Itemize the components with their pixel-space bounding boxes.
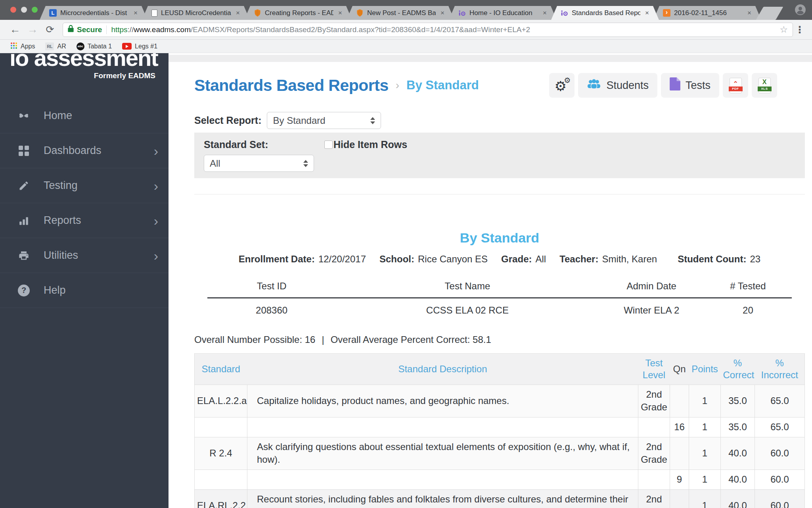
bookmark-apps[interactable]: Apps [8,42,37,51]
window-controls[interactable] [10,7,38,13]
play-icon [663,9,670,17]
tab-title: Creating Reports - EAD [265,9,333,17]
zoom-window-button[interactable] [32,7,38,13]
breadcrumb-current: By Standard [406,78,479,92]
standard-row: R 2.4 Ask clarifying questions about ess… [195,437,805,470]
minimize-window-button[interactable] [21,7,27,13]
browser-menu-icon[interactable] [793,24,806,35]
points: 1 [689,385,721,418]
tabs: Microcredentials - Dist LEUSD MicroCrede… [40,6,779,20]
sidebar-item-home[interactable]: Home [0,98,169,133]
standard-set-label: Standard Set: [204,139,324,150]
page-top-strip [169,55,812,62]
qn-link[interactable]: 16 [670,417,689,437]
url-text: https://www.eadms.com/EADMSX/Reports/Sta… [111,25,530,34]
excel-icon: XLS [758,78,771,93]
url-separator: :// [128,25,134,34]
bookmark-tabata[interactable]: Tabata 1 [74,42,114,50]
hide-item-rows-label: Hide Item Rows [333,139,454,150]
close-icon[interactable] [235,10,241,16]
test-table-header-row: Test ID Test Name Admin Date # Tested [207,281,792,298]
test-table-row: 208360 CCSS ELA 02 RCE Winter ELA 2 20 [207,298,792,316]
col-standard-description[interactable]: Standard Description [247,354,638,385]
tests-icon [670,77,680,93]
sidebar-item-testing[interactable]: Testing [0,168,169,203]
browser-toolbar: Secure https://www.eadms.com/EADMSX/Repo… [0,20,812,40]
tab-microcredentials[interactable]: Microcredentials - Dist [40,6,147,20]
qn-link[interactable]: 9 [670,470,689,489]
close-icon[interactable] [746,10,753,16]
lock-icon [68,25,74,34]
report-header: Standards Based Reports › By Standard St… [194,73,805,98]
bookmark-legs[interactable]: Legs #1 [120,43,160,50]
pct-incorrect: 60.0 [755,437,805,470]
col-test-level[interactable]: Test Level [638,354,670,385]
bookmark-star-icon[interactable] [779,24,788,35]
sidebar-item-dashboards[interactable]: Dashboards [0,133,169,168]
close-icon[interactable] [337,10,343,16]
back-button[interactable] [6,23,24,36]
standard-set-dropdown[interactable]: All [204,155,314,172]
item-row: 9 1 40.0 60.0 [195,470,805,489]
profile-avatar-icon[interactable] [795,4,806,17]
col-pct-incorrect[interactable]: % Incorrect [755,354,805,385]
close-icon[interactable] [644,10,650,16]
test-name: CCSS ELA 02 RCE [336,298,599,316]
overall-number-possible: Overall Number Possible: 16 [194,334,315,345]
sidebar-item-reports[interactable]: Reports [0,203,169,238]
tab-new-post[interactable]: New Post - EADMS Bas [347,6,454,20]
col-pct-correct[interactable]: % Correct [721,354,755,385]
close-icon[interactable] [439,10,446,16]
tab-2016-02-11[interactable]: 2016-02-11_1456 [653,6,761,20]
logo-subtitle: Formerly EADMS [94,71,155,80]
address-bar[interactable]: Secure https://www.eadms.com/EADMSX/Repo… [63,23,793,37]
reload-button[interactable] [41,23,59,36]
qn [670,437,689,470]
hide-item-rows-checkbox[interactable] [324,140,333,149]
tests-button-label: Tests [686,79,710,92]
new-tab-button[interactable] [756,7,783,20]
pct-incorrect: 60.0 [755,470,805,489]
pencil-icon [17,180,30,191]
col-standard[interactable]: Standard [195,354,247,385]
shield-icon [254,9,261,17]
sidebar-item-utilities[interactable]: Utilities [0,238,169,273]
col-qn: Qn [670,354,689,385]
tab-leusd-microcredentials[interactable]: LEUSD MicroCredentia [142,6,250,20]
page-title: Standards Based Reports [194,76,389,95]
col-points[interactable]: Points [689,354,721,385]
test-summary-table: Test ID Test Name Admin Date # Tested 20… [207,281,792,316]
section-divider [194,194,805,194]
enrollment-date: Enrollment Date:12/20/2017 [239,254,366,265]
grade: Grade:All [501,254,546,265]
col-test-id: Test ID [207,281,336,298]
col-test-name: Test Name [336,281,599,298]
close-icon[interactable] [132,10,139,16]
gears-icon [554,77,569,93]
bookmark-ar[interactable]: AR [43,42,68,50]
report-actions: Students Tests PDF [549,73,777,98]
students-button[interactable]: Students [578,73,657,98]
standard-code [195,417,247,437]
dashboard-grid-icon [17,146,30,156]
forward-button[interactable] [24,23,41,36]
bookmark-label: AR [57,43,66,50]
bookmark-label: Legs #1 [135,43,157,50]
pct-incorrect: 65.0 [755,385,805,418]
tab-home-io-education[interactable]: Home - IO Education [449,6,557,20]
app-logo: io assessment Formerly EADMS [0,53,169,84]
export-excel-button[interactable]: XLS [752,73,777,98]
school: School:Rice Canyon ES [379,254,488,265]
close-window-button[interactable] [10,7,16,13]
test-level [638,470,670,489]
close-icon[interactable] [542,10,548,16]
tab-standards-based-reports[interactable]: Standards Based Repo [551,6,659,20]
settings-button[interactable] [549,73,575,98]
tab-title: Home - IO Education [469,9,538,17]
tab-creating-reports[interactable]: Creating Reports - EAD [244,6,352,20]
standard-description: Ask clarifying questions about essential… [247,437,638,470]
select-report-dropdown[interactable]: By Standard [267,112,381,129]
tests-button[interactable]: Tests [661,73,719,98]
export-pdf-button[interactable]: PDF [723,73,748,98]
sidebar-item-help[interactable]: Help [0,273,169,308]
